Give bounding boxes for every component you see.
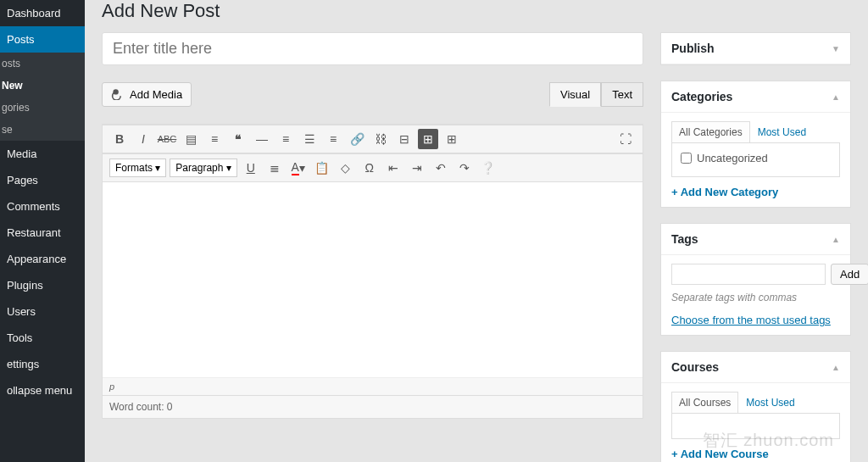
category-uncategorized[interactable]: Uncategorized: [681, 152, 831, 164]
toolbar-toggle-icon[interactable]: ⊞: [418, 129, 438, 149]
media-icon: [111, 86, 125, 103]
toolbar-row-1: B I ABC ▤ ≡ ❝ — ≡ ☰ ≡ 🔗 ⛓ ⊟ ⊞ ⊞ ⛶: [103, 125, 643, 153]
undo-icon[interactable]: ↶: [431, 158, 451, 178]
align-right-icon[interactable]: ≡: [323, 129, 343, 149]
help-icon[interactable]: ❔: [478, 158, 498, 178]
publish-panel-header[interactable]: Publish ▼: [661, 33, 850, 64]
editor-container: B I ABC ▤ ≡ ❝ — ≡ ☰ ≡ 🔗 ⛓ ⊟ ⊞ ⊞ ⛶: [102, 124, 643, 419]
horizontal-rule-icon[interactable]: —: [252, 129, 272, 149]
word-count: Word count: 0: [103, 395, 643, 418]
post-title-input[interactable]: [102, 32, 643, 65]
redo-icon[interactable]: ↷: [454, 158, 475, 178]
tags-hint: Separate tags with commas: [671, 292, 840, 303]
publish-panel: Publish ▼: [660, 32, 851, 65]
numbered-list-icon[interactable]: ≡: [204, 129, 225, 149]
align-left-icon[interactable]: ≡: [275, 129, 296, 149]
sidebar-item-users[interactable]: Users: [0, 298, 85, 325]
sidebar-item-appearance[interactable]: Appearance: [0, 246, 85, 272]
sidebar-sub-course[interactable]: se: [0, 119, 85, 141]
chevron-up-icon: ▲: [832, 235, 840, 244]
blockquote-icon[interactable]: ❝: [228, 129, 248, 149]
sidebar-item-pages[interactable]: Pages: [0, 167, 85, 193]
sidebar-item-posts[interactable]: Posts: [0, 26, 85, 53]
align-justify-icon[interactable]: ≣: [264, 158, 285, 178]
read-more-icon[interactable]: ⊟: [394, 129, 415, 149]
tags-panel-header[interactable]: Tags ▲: [661, 224, 850, 255]
sidebar-sub-categories[interactable]: gories: [0, 97, 85, 119]
sidebar-item-media[interactable]: Media: [0, 141, 85, 167]
sidebar-sub-addnew[interactable]: New: [0, 75, 85, 97]
choose-tags-link[interactable]: Choose from the most used tags: [671, 314, 831, 326]
add-media-label: Add Media: [130, 88, 182, 101]
sidebar-item-tools[interactable]: Tools: [0, 325, 85, 351]
sidebar-item-restaurant[interactable]: Restaurant: [0, 220, 85, 246]
formats-dropdown[interactable]: Formats ▾: [109, 159, 166, 177]
link-icon[interactable]: 🔗: [347, 129, 367, 149]
sidebar-collapse-menu[interactable]: ollapse menu: [0, 377, 85, 404]
unlink-icon[interactable]: ⛓: [370, 129, 391, 149]
page-title: Add New Post: [102, 0, 851, 22]
outdent-icon[interactable]: ⇤: [383, 158, 403, 178]
bold-icon[interactable]: B: [109, 129, 130, 149]
underline-icon[interactable]: U: [241, 158, 261, 178]
editor-tab-text[interactable]: Text: [601, 82, 643, 107]
sidebar-item-dashboard[interactable]: Dashboard: [0, 0, 85, 26]
add-tag-button[interactable]: Add: [831, 264, 868, 285]
tag-input[interactable]: [671, 264, 826, 285]
italic-icon[interactable]: I: [133, 129, 153, 149]
publish-title: Publish: [671, 42, 715, 55]
sidebar-item-comments[interactable]: Comments: [0, 193, 85, 220]
toolbar-row-2: Formats ▾ Paragraph ▾ U ≣ A▾ 📋 ◇ Ω ⇤ ⇥ ↶…: [103, 153, 643, 182]
sidebar-item-settings[interactable]: ettings: [0, 351, 85, 377]
chevron-down-icon: ▼: [832, 44, 840, 53]
tab-all-courses[interactable]: All Courses: [671, 392, 738, 413]
chevron-up-icon: ▲: [832, 363, 840, 372]
indent-icon[interactable]: ⇥: [407, 158, 427, 178]
editor-dom-path: p: [103, 377, 643, 395]
category-label: Uncategorized: [697, 152, 768, 164]
fullscreen-icon[interactable]: ⛶: [615, 129, 636, 149]
special-char-icon[interactable]: Ω: [359, 158, 380, 178]
align-center-icon[interactable]: ☰: [299, 129, 320, 149]
text-color-icon[interactable]: A▾: [288, 158, 309, 178]
courses-title: Courses: [671, 360, 719, 374]
table-icon[interactable]: ⊞: [442, 129, 462, 149]
tags-panel: Tags ▲ Add Separate tags with commas Cho…: [660, 223, 851, 336]
editor-content-area[interactable]: [103, 182, 643, 377]
courses-panel-header[interactable]: Courses ▲: [661, 352, 850, 383]
add-new-course-link[interactable]: + Add New Course: [671, 448, 769, 460]
sidebar-item-plugins[interactable]: Plugins: [0, 272, 85, 298]
tags-title: Tags: [671, 232, 698, 246]
categories-panel-header[interactable]: Categories ▲: [661, 81, 850, 113]
strikethrough-icon[interactable]: ABC: [157, 129, 177, 149]
bullet-list-icon[interactable]: ▤: [181, 129, 201, 149]
categories-title: Categories: [671, 90, 732, 103]
courses-panel: Courses ▲ All Courses Most Used + Add Ne…: [660, 351, 851, 462]
add-new-category-link[interactable]: + Add New Category: [671, 186, 778, 198]
clear-format-icon[interactable]: ◇: [336, 158, 356, 178]
editor-tab-visual[interactable]: Visual: [549, 82, 601, 107]
paragraph-dropdown[interactable]: Paragraph ▾: [170, 159, 236, 177]
sidebar-sub-allposts[interactable]: osts: [0, 53, 85, 75]
add-media-button[interactable]: Add Media: [102, 82, 192, 107]
paste-text-icon[interactable]: 📋: [312, 158, 332, 178]
tab-all-categories[interactable]: All Categories: [671, 121, 750, 142]
categories-panel: Categories ▲ All Categories Most Used Un…: [660, 81, 851, 208]
admin-sidebar: Dashboard Posts osts New gories se Media…: [0, 0, 85, 462]
category-checkbox[interactable]: [681, 153, 692, 164]
tab-most-used-courses[interactable]: Most Used: [738, 392, 802, 413]
tab-most-used-categories[interactable]: Most Used: [750, 121, 814, 142]
main-content: Add New Post Add Media Visual Text B: [85, 0, 868, 462]
chevron-up-icon: ▲: [832, 92, 840, 102]
